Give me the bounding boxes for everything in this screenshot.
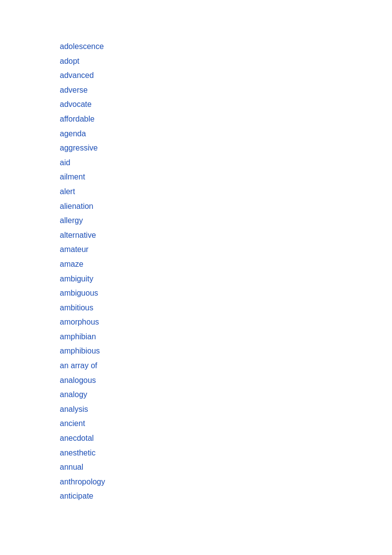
list-item[interactable]: affordable: [60, 112, 392, 126]
list-item[interactable]: amateur: [60, 242, 392, 257]
word-list: adolescenceadoptadvancedadverseadvocatea…: [0, 0, 392, 543]
list-item[interactable]: anthropology: [60, 475, 392, 489]
list-item[interactable]: amphibian: [60, 329, 392, 344]
list-item[interactable]: advanced: [60, 68, 392, 83]
list-item[interactable]: anecdotal: [60, 431, 392, 446]
list-item[interactable]: ambiguous: [60, 286, 392, 301]
list-item[interactable]: an array of: [60, 358, 392, 373]
list-item[interactable]: aid: [60, 155, 392, 170]
list-item[interactable]: ailment: [60, 170, 392, 184]
list-item[interactable]: ambitious: [60, 301, 392, 315]
list-item[interactable]: anticipate: [60, 489, 392, 504]
list-item[interactable]: analogy: [60, 387, 392, 402]
list-item[interactable]: aggressive: [60, 141, 392, 155]
list-item[interactable]: adverse: [60, 83, 392, 98]
list-item[interactable]: adopt: [60, 54, 392, 69]
list-item[interactable]: analysis: [60, 402, 392, 417]
list-item[interactable]: analogous: [60, 373, 392, 388]
list-item[interactable]: advocate: [60, 97, 392, 112]
list-item[interactable]: alert: [60, 184, 392, 199]
list-item[interactable]: anesthetic: [60, 446, 392, 460]
list-item[interactable]: ambiguity: [60, 272, 392, 286]
list-item[interactable]: allergy: [60, 213, 392, 228]
list-item[interactable]: annual: [60, 460, 392, 475]
list-item[interactable]: adolescence: [60, 39, 392, 54]
list-item[interactable]: amorphous: [60, 315, 392, 329]
list-item[interactable]: amphibious: [60, 344, 392, 358]
list-item[interactable]: alternative: [60, 228, 392, 243]
list-item[interactable]: ancient: [60, 416, 392, 431]
list-item[interactable]: amaze: [60, 257, 392, 272]
list-item[interactable]: agenda: [60, 126, 392, 141]
list-item[interactable]: alienation: [60, 199, 392, 214]
